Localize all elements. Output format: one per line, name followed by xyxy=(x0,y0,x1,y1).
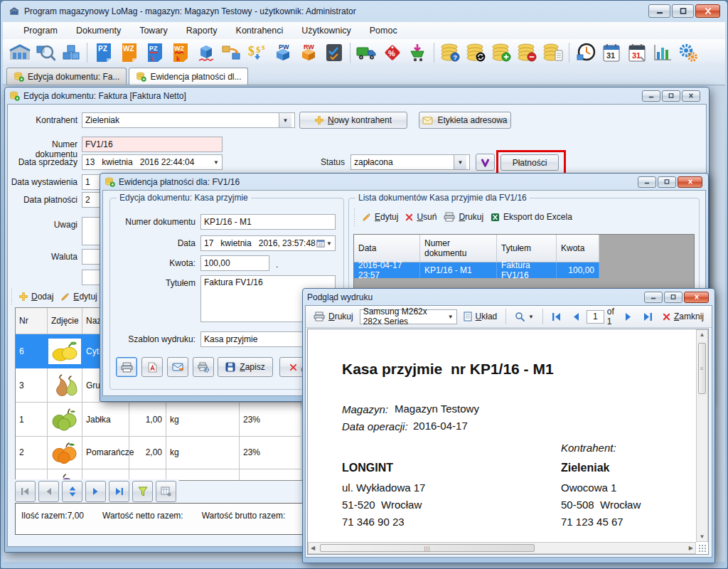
mm-document-icon[interactable] xyxy=(195,42,217,64)
header-kwota[interactable]: Kwota xyxy=(557,235,599,262)
vertical-scrollbar[interactable]: ▲ ≡ ▼ xyxy=(696,329,708,542)
pw-document-icon[interactable]: PW xyxy=(272,42,294,64)
price-change-icon[interactable]: $$$ xyxy=(246,42,268,64)
data-sprzedazy-field[interactable]: 13 kwietnia 2016 22:44:04 ▼ xyxy=(82,154,223,170)
kontrahent-combo[interactable]: Zieleniak ▼ xyxy=(82,112,295,128)
calendar-icon[interactable] xyxy=(316,239,325,248)
settings-gears-icon[interactable] xyxy=(677,42,699,64)
warehouse-icon[interactable] xyxy=(9,42,31,64)
payment-row[interactable]: 2016-04-17 23:57 KP1/16 - M1 Faktura FV1… xyxy=(354,262,694,278)
pdf-export-button[interactable] xyxy=(141,357,163,377)
save-button[interactable]: Zapisz xyxy=(218,357,273,377)
new-contractor-button[interactable]: Nowy kontrahent xyxy=(299,112,407,129)
header-nr[interactable]: Nr xyxy=(16,308,48,334)
chevron-down-icon[interactable]: ▼ xyxy=(454,155,466,169)
menu-item-towary[interactable]: Towary xyxy=(130,23,177,38)
minimize-button[interactable] xyxy=(648,4,670,18)
page-previous-button[interactable] xyxy=(568,311,584,323)
payments-remove-icon[interactable] xyxy=(516,42,538,64)
payments-maximize-button[interactable] xyxy=(658,176,676,188)
toolbar-grip[interactable] xyxy=(11,288,14,305)
vertical-scroll-thumb[interactable]: ≡ xyxy=(698,343,706,394)
printer-select[interactable]: Samsung M262x 282x Series ▼ xyxy=(360,309,457,324)
calendar-red-icon[interactable]: 31 xyxy=(626,42,648,64)
menu-item-raporty[interactable]: Raporty xyxy=(177,23,227,38)
menu-item-kontrahenci[interactable]: Kontrahenci xyxy=(227,23,293,38)
preview-minimize-button[interactable] xyxy=(644,292,663,303)
discounts-icon[interactable]: % xyxy=(381,42,403,64)
chevron-down-icon[interactable]: ▼ xyxy=(326,240,332,247)
horizontal-scroll-thumb[interactable]: ||| xyxy=(320,544,535,552)
scroll-up-icon[interactable]: ▲ xyxy=(697,331,707,338)
menu-item-uzytkownicy[interactable]: Użytkownicy xyxy=(292,23,360,38)
menu-item-program[interactable]: Program xyxy=(14,23,67,38)
header-numer[interactable]: Numer dokumentu xyxy=(420,235,497,262)
email-button[interactable] xyxy=(167,357,188,377)
invoice-minimize-button[interactable] xyxy=(642,90,660,102)
payment-data-field[interactable]: 17 kwietnia 2016, 23:57:48 ▼ xyxy=(200,235,336,251)
invoice-close-button[interactable] xyxy=(682,90,700,102)
list-delete-button[interactable]: Usuń xyxy=(402,211,440,223)
list-print-button[interactable]: Drukuj xyxy=(440,211,487,223)
scroll-right-icon[interactable]: ▶ xyxy=(689,545,693,551)
page-number-input[interactable]: 1 xyxy=(587,310,604,324)
page-next-button[interactable] xyxy=(621,311,636,323)
close-button[interactable] xyxy=(695,4,720,18)
nav-previous-button[interactable] xyxy=(38,481,59,502)
main-titlebar[interactable]: Program magazynowy LoMag - magazyn: Maga… xyxy=(3,1,725,22)
filter-button[interactable] xyxy=(132,481,153,502)
edit-item-button[interactable]: Edytuj xyxy=(57,290,100,303)
menu-item-dokumenty[interactable]: Dokumenty xyxy=(67,23,130,38)
preview-close-toolbar-button[interactable]: Zamknij xyxy=(659,310,707,323)
page-first-button[interactable] xyxy=(548,311,565,323)
reports-chart-icon[interactable] xyxy=(651,42,673,64)
resize-grip[interactable] xyxy=(698,544,707,553)
goods-shift-icon[interactable] xyxy=(220,42,242,64)
payments-query-icon[interactable]: ? xyxy=(439,42,461,64)
page-last-button[interactable] xyxy=(639,311,656,323)
rw-document-icon[interactable]: RW xyxy=(297,42,319,64)
header-zdjecie[interactable]: Zdjęcie xyxy=(48,308,82,334)
payment-numer-input[interactable]: KP1/16 - M1 xyxy=(200,214,336,230)
payment-kwota-input[interactable]: 100,00 xyxy=(200,255,269,271)
payments-report-icon[interactable] xyxy=(542,42,564,64)
payments-titlebar[interactable]: Ewidencja płatności dla: FV1/16 xyxy=(102,174,706,190)
maximize-button[interactable] xyxy=(672,4,694,18)
nav-last-button[interactable] xyxy=(109,481,129,502)
numer-dokumentu-input[interactable]: FV1/16 xyxy=(82,137,223,152)
pzk-document-icon[interactable]: PZk xyxy=(144,42,166,64)
header-tytulem[interactable]: Tytułem xyxy=(497,235,557,262)
payments-minimize-button[interactable] xyxy=(638,176,656,188)
preview-maximize-button[interactable] xyxy=(664,292,682,303)
list-edit-button[interactable]: Edytuj xyxy=(358,211,402,223)
status-combo[interactable]: zapłacona ▼ xyxy=(350,154,470,170)
table-row[interactable]: 2 Pomarańcze 2,00 kg 23% xyxy=(16,435,303,468)
calendar-blue-icon[interactable]: 31 xyxy=(600,42,622,64)
scroll-left-icon[interactable]: ◀ xyxy=(311,545,315,551)
zoom-button[interactable]: ▼ xyxy=(511,310,537,323)
grid-settings-button[interactable] xyxy=(156,481,176,502)
preview-close-button[interactable] xyxy=(684,292,709,303)
wz-document-icon[interactable]: WZ xyxy=(118,42,140,64)
nav-sort-button[interactable] xyxy=(62,481,82,502)
horizontal-scrollbar[interactable]: ◀ ||| ▶ xyxy=(308,542,696,554)
chevron-down-icon[interactable]: ▼ xyxy=(213,159,219,166)
table-row[interactable]: 1 Jabłka 1,00 kg 23% xyxy=(16,403,303,435)
nav-next-button[interactable] xyxy=(85,481,106,502)
print-settings-button[interactable] xyxy=(193,357,214,377)
layout-button[interactable]: Układ xyxy=(460,310,501,323)
v-button[interactable] xyxy=(476,154,495,171)
tab-invoice[interactable]: Edycja dokumentu: Fa... xyxy=(6,68,127,85)
toolbar-grip[interactable] xyxy=(353,208,356,226)
search-goods-icon[interactable] xyxy=(34,42,56,64)
menu-item-pomoc[interactable]: Pomoc xyxy=(360,23,407,38)
header-data[interactable]: Data xyxy=(354,235,420,262)
orders-cart-icon[interactable] xyxy=(407,42,429,64)
invoice-titlebar[interactable]: Edycja dokumentu: Faktura [Faktura Netto… xyxy=(7,87,707,104)
inventory-icon[interactable] xyxy=(323,42,345,64)
print-payment-button[interactable] xyxy=(116,357,137,377)
payments-close-button[interactable] xyxy=(678,176,702,188)
address-label-button[interactable]: Etykieta adresowa xyxy=(419,112,511,129)
payments-add-icon[interactable] xyxy=(491,42,513,64)
nav-first-button[interactable] xyxy=(15,481,36,502)
